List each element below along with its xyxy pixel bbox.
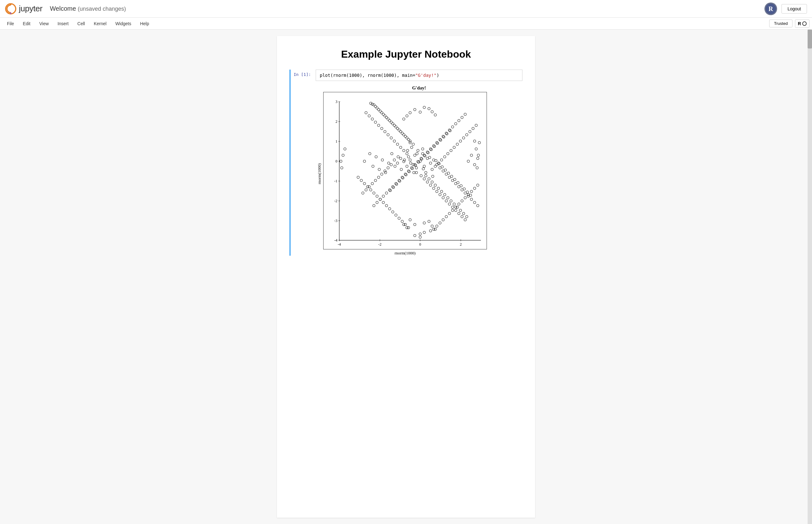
svg-point-113 bbox=[409, 140, 411, 142]
svg-point-243 bbox=[406, 149, 409, 152]
svg-point-132 bbox=[443, 193, 446, 196]
svg-point-102 bbox=[464, 218, 467, 221]
svg-point-247 bbox=[400, 168, 403, 171]
svg-point-236 bbox=[419, 111, 421, 113]
svg-text:2: 2 bbox=[460, 242, 462, 247]
svg-point-174 bbox=[436, 142, 438, 144]
svg-point-170 bbox=[429, 148, 432, 150]
svg-point-218 bbox=[373, 192, 375, 194]
svg-point-299 bbox=[430, 148, 433, 151]
svg-point-265 bbox=[372, 165, 374, 167]
svg-point-59 bbox=[404, 135, 407, 137]
svg-point-206 bbox=[391, 211, 394, 213]
svg-point-53 bbox=[400, 157, 402, 160]
menu-insert[interactable]: Insert bbox=[53, 19, 73, 28]
svg-point-271 bbox=[428, 220, 430, 223]
svg-point-55 bbox=[407, 138, 410, 141]
cell-code-input[interactable]: plot(rnorm(1000), rnorm(1000), main="G'd… bbox=[316, 70, 522, 81]
menu-view[interactable]: View bbox=[35, 19, 53, 28]
svg-point-257 bbox=[384, 171, 387, 174]
svg-point-210 bbox=[385, 204, 388, 207]
svg-point-189 bbox=[376, 201, 378, 204]
svg-point-109 bbox=[412, 143, 415, 146]
svg-point-303 bbox=[436, 142, 439, 145]
svg-point-94 bbox=[458, 212, 460, 215]
svg-point-183 bbox=[385, 192, 388, 194]
svg-point-191 bbox=[373, 204, 375, 207]
plot-output: G'day! rnorm(1000) bbox=[316, 85, 522, 256]
svg-point-232 bbox=[476, 157, 479, 160]
svg-text:R: R bbox=[768, 5, 773, 12]
code-cell[interactable]: In [1]: plot(rnorm(1000), rnorm(1000), m… bbox=[290, 70, 522, 256]
svg-point-150 bbox=[466, 133, 468, 136]
svg-point-124 bbox=[437, 187, 440, 190]
svg-text:0: 0 bbox=[419, 242, 421, 247]
svg-point-176 bbox=[439, 138, 441, 141]
svg-point-213 bbox=[455, 206, 457, 209]
svg-point-134 bbox=[453, 146, 455, 149]
scrollbar-thumb[interactable] bbox=[808, 30, 812, 49]
svg-point-119 bbox=[396, 143, 399, 146]
svg-point-111 bbox=[403, 149, 405, 152]
svg-point-306 bbox=[395, 183, 398, 185]
menu-edit[interactable]: Edit bbox=[19, 19, 35, 28]
svg-point-86 bbox=[451, 206, 454, 209]
svg-point-1 bbox=[10, 3, 12, 5]
svg-point-282 bbox=[403, 118, 405, 120]
svg-point-46 bbox=[420, 175, 422, 177]
svg-point-128 bbox=[440, 190, 443, 193]
svg-point-77 bbox=[380, 173, 383, 175]
menu-help[interactable]: Help bbox=[136, 19, 154, 28]
svg-point-186 bbox=[455, 122, 457, 125]
scrollbar[interactable] bbox=[808, 30, 812, 524]
svg-point-107 bbox=[406, 152, 408, 155]
svg-point-70 bbox=[439, 193, 441, 196]
svg-text:0: 0 bbox=[336, 159, 337, 163]
svg-point-281 bbox=[431, 111, 434, 113]
svg-point-162 bbox=[475, 124, 477, 127]
svg-point-224 bbox=[363, 182, 366, 185]
svg-point-118 bbox=[440, 159, 443, 161]
svg-point-294 bbox=[414, 164, 417, 167]
svg-point-220 bbox=[370, 189, 372, 191]
svg-point-101 bbox=[361, 192, 364, 194]
svg-point-49 bbox=[403, 160, 405, 163]
notebook-heading: Example Jupyter Notebook bbox=[290, 49, 522, 60]
svg-point-146 bbox=[462, 137, 465, 139]
svg-point-235 bbox=[473, 140, 476, 142]
scatter-plot: 3 2 1 0 -1 -2 bbox=[323, 92, 487, 249]
svg-point-138 bbox=[456, 143, 459, 146]
svg-point-201 bbox=[436, 225, 438, 227]
svg-point-185 bbox=[382, 195, 385, 197]
svg-text:1: 1 bbox=[336, 139, 337, 144]
menu-file[interactable]: File bbox=[2, 19, 19, 28]
svg-point-57 bbox=[396, 162, 399, 164]
svg-point-151 bbox=[371, 118, 374, 120]
svg-point-266 bbox=[469, 194, 472, 197]
svg-point-95 bbox=[376, 107, 378, 109]
svg-point-269 bbox=[423, 222, 425, 224]
svg-point-260 bbox=[460, 184, 462, 187]
svg-point-142 bbox=[459, 140, 462, 142]
svg-point-2 bbox=[10, 12, 12, 14]
svg-point-173 bbox=[401, 176, 404, 179]
logout-button[interactable]: Logout bbox=[781, 4, 807, 14]
trusted-button[interactable]: Trusted bbox=[769, 19, 793, 28]
menu-widgets[interactable]: Widgets bbox=[111, 19, 136, 28]
svg-point-168 bbox=[426, 151, 429, 153]
svg-point-115 bbox=[400, 146, 402, 149]
svg-point-291 bbox=[344, 148, 346, 150]
menu-kernel[interactable]: Kernel bbox=[89, 19, 111, 28]
svg-point-71 bbox=[395, 126, 397, 128]
svg-point-81 bbox=[377, 176, 380, 179]
notebook-title[interactable]: Welcome (unsaved changes) bbox=[50, 5, 764, 12]
svg-point-255 bbox=[387, 162, 390, 164]
menu-cell[interactable]: Cell bbox=[73, 19, 89, 28]
svg-point-92 bbox=[470, 198, 473, 201]
svg-point-212 bbox=[382, 201, 385, 204]
svg-point-121 bbox=[403, 133, 405, 136]
svg-point-33 bbox=[413, 154, 416, 157]
svg-point-99 bbox=[373, 103, 375, 106]
svg-point-308 bbox=[392, 186, 395, 189]
svg-point-302 bbox=[402, 177, 404, 179]
